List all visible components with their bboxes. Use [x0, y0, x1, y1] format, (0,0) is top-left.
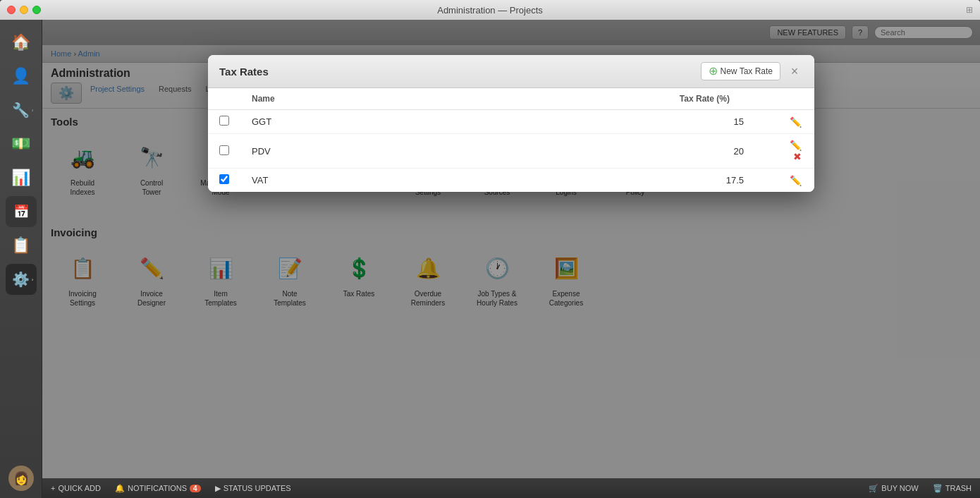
window-expand-icon: ⊞	[966, 5, 973, 15]
bottom-bar-right: 🛒 BUY NOW 🗑️ TRASH	[869, 484, 972, 493]
trash-icon: 🗑️	[933, 484, 943, 493]
new-tax-rate-button[interactable]: ⊕ New Tax Rate	[701, 62, 780, 80]
modal-close-button[interactable]: ×	[786, 63, 803, 80]
vat-rate-cell: 17.5	[403, 169, 772, 193]
table-row: GGT 15 ✏️	[208, 110, 814, 134]
content-area: NEW FEATURES ? Home › Admin Administrati…	[42, 20, 980, 498]
checkbox-column-header	[208, 88, 240, 110]
notifications-button[interactable]: 🔔 NOTIFICATIONS 4	[115, 484, 201, 493]
sidebar-icon-users[interactable]: 👤	[6, 61, 37, 92]
ggt-rate-cell: 15	[403, 110, 772, 134]
modal-header: Tax Rates ⊕ New Tax Rate ×	[208, 55, 814, 88]
table-row: PDV 20 ✏️ ✖	[208, 134, 814, 169]
ggt-actions-cell: ✏️	[772, 110, 814, 134]
tax-rates-modal: Tax Rates ⊕ New Tax Rate ×	[208, 55, 814, 192]
maximize-button[interactable]	[32, 6, 41, 14]
notifications-icon: 🔔	[115, 484, 125, 493]
notifications-label: NOTIFICATIONS	[128, 484, 187, 492]
modal-header-actions: ⊕ New Tax Rate ×	[701, 62, 803, 80]
actions-column-header	[772, 88, 814, 110]
vat-edit-icon[interactable]: ✏️	[788, 174, 803, 188]
sidebar-icon-finance[interactable]: 💵	[6, 128, 37, 159]
ggt-checkbox[interactable]	[219, 116, 229, 126]
rate-column-header: Tax Rate (%)	[403, 88, 772, 110]
tax-rates-table: Name Tax Rate (%) GGT	[208, 88, 814, 192]
ggt-name-cell: GGT	[240, 110, 403, 134]
name-column-header: Name	[240, 88, 403, 110]
sidebar-icon-tools[interactable]: 🔧›	[6, 95, 37, 126]
sidebar-icon-notes[interactable]: 📋	[6, 230, 37, 261]
pdv-checkbox-cell	[208, 134, 240, 169]
sidebar-icon-settings[interactable]: ⚙️ ›	[6, 264, 37, 295]
vat-checkbox[interactable]	[219, 174, 229, 184]
ggt-checkbox-cell	[208, 110, 240, 134]
minimize-button[interactable]	[20, 6, 28, 14]
notifications-badge: 4	[190, 485, 201, 492]
window-title: Administration — Projects	[437, 5, 543, 16]
plus-icon: ⊕	[709, 66, 718, 77]
vat-name-cell: VAT	[240, 169, 403, 193]
modal-body: Name Tax Rate (%) GGT	[208, 88, 814, 192]
close-button[interactable]	[7, 6, 16, 14]
buy-now-button[interactable]: 🛒 BUY NOW	[869, 484, 918, 493]
pdv-checkbox[interactable]	[219, 145, 229, 155]
pdv-rate-cell: 20	[403, 134, 772, 169]
modal-title: Tax Rates	[219, 66, 269, 78]
sidebar-icon-chart[interactable]: 📊	[6, 162, 37, 193]
ggt-edit-icon[interactable]: ✏️	[788, 115, 803, 129]
vat-actions-cell: ✏️	[772, 169, 814, 193]
buy-now-label: BUY NOW	[881, 484, 918, 492]
status-updates-icon: ▶	[215, 484, 221, 493]
quick-add-label: QUICK ADD	[58, 484, 101, 492]
status-updates-button[interactable]: ▶ STATUS UPDATES	[215, 484, 291, 493]
buy-now-icon: 🛒	[869, 484, 878, 493]
table-row: VAT 17.5 ✏️	[208, 169, 814, 193]
trash-label: TRASH	[945, 484, 972, 492]
pdv-actions-cell: ✏️ ✖	[772, 134, 814, 169]
pdv-name-cell: PDV	[240, 134, 403, 169]
sidebar-icon-home[interactable]: 🏠	[6, 27, 37, 58]
bottom-bar: + QUICK ADD 🔔 NOTIFICATIONS 4 ▶ STATUS U…	[42, 478, 980, 498]
quick-add-icon: +	[51, 484, 55, 492]
quick-add-button[interactable]: + QUICK ADD	[51, 484, 101, 492]
new-tax-rate-label: New Tax Rate	[721, 66, 773, 76]
sidebar: 🏠 👤 🔧› 💵 📊 📅 📋 ⚙️ › 👩	[0, 20, 42, 498]
modal-overlay: Tax Rates ⊕ New Tax Rate ×	[42, 20, 980, 478]
pdv-delete-icon[interactable]: ✖	[792, 150, 803, 164]
sidebar-icon-calendar[interactable]: 📅	[6, 196, 37, 227]
avatar[interactable]: 👩	[8, 466, 34, 491]
status-updates-label: STATUS UPDATES	[223, 484, 291, 492]
traffic-lights	[7, 6, 41, 14]
vat-checkbox-cell	[208, 169, 240, 193]
trash-button[interactable]: 🗑️ TRASH	[933, 484, 972, 493]
